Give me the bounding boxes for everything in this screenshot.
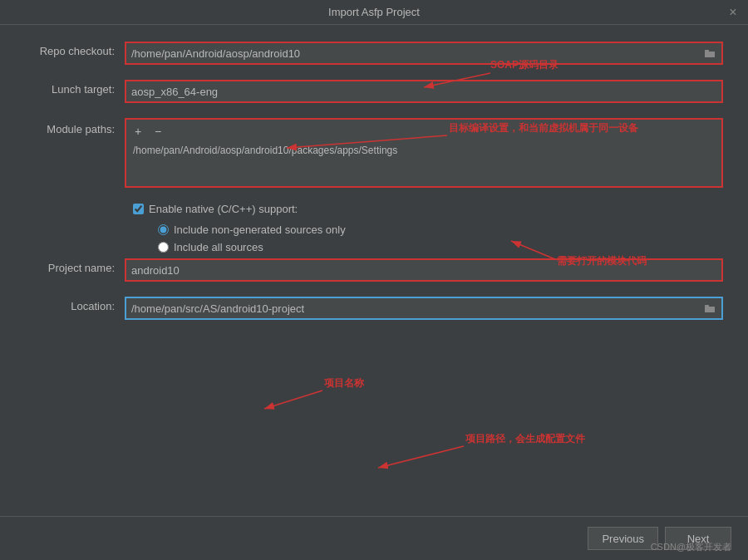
location-input[interactable]: [126, 301, 700, 317]
footer: Previous Next CSDN@极客开发者: [0, 516, 748, 560]
close-button[interactable]: ×: [726, 6, 740, 19]
svg-line-9: [378, 446, 464, 468]
module-paths-empty-space: [130, 158, 718, 183]
svg-rect-0: [705, 50, 709, 52]
project-name-input[interactable]: [126, 263, 721, 278]
repo-checkout-input[interactable]: [126, 46, 700, 61]
radio-row-1: Include non-generated sources only: [158, 224, 723, 236]
enable-native-row: Enable native (C/C++) support:: [133, 203, 723, 215]
svg-rect-3: [705, 307, 715, 312]
svg-rect-2: [705, 305, 709, 307]
radio-non-generated-label: Include non-generated sources only: [174, 224, 346, 236]
remove-module-button[interactable]: −: [150, 123, 166, 140]
title-bar: Import Asfp Project ×: [0, 0, 748, 25]
project-name-annotation: 项目名称: [323, 377, 365, 389]
lunch-target-input[interactable]: [126, 84, 721, 100]
project-name-label: Project name:: [25, 258, 125, 274]
repo-checkout-input-container: [125, 42, 723, 65]
watermark: CSDN@极客开发者: [651, 541, 731, 553]
location-row: Location:: [25, 297, 723, 320]
lunch-target-input-container: [125, 80, 723, 103]
radio-non-generated[interactable]: [158, 224, 169, 235]
window-title: Import Asfp Project: [328, 6, 420, 18]
location-label: Location:: [25, 297, 125, 312]
module-paths-label: Module paths:: [25, 118, 125, 135]
lunch-target-label: Lunch target:: [25, 80, 125, 96]
previous-button[interactable]: Previous: [588, 527, 658, 550]
enable-native-checkbox[interactable]: [133, 204, 144, 214]
location-input-container: [125, 297, 723, 320]
lunch-target-row: Lunch target:: [25, 80, 723, 103]
module-path-item[interactable]: /home/pan/Android/aosp/android10/package…: [130, 143, 718, 158]
add-module-button[interactable]: +: [130, 123, 146, 140]
enable-native-label: Enable native (C/C++) support:: [149, 203, 298, 215]
module-paths-toolbar: + −: [130, 123, 718, 140]
radio-row-2: Include all sources: [158, 241, 723, 253]
svg-line-8: [264, 391, 322, 409]
location-folder-icon[interactable]: [700, 298, 720, 318]
module-paths-row: Module paths: + − /home/pan/Android/aosp…: [25, 118, 723, 188]
radio-group: Include non-generated sources only Inclu…: [158, 224, 723, 253]
module-paths-container: + − /home/pan/Android/aosp/android10/pac…: [125, 118, 723, 188]
window: Import Asfp Project × Repo checkout: Lun…: [0, 0, 748, 560]
content-area: Repo checkout: Lunch target: Module path…: [0, 25, 748, 516]
svg-rect-1: [705, 52, 715, 57]
repo-checkout-row: Repo checkout:: [25, 42, 723, 65]
repo-checkout-label: Repo checkout:: [25, 42, 125, 57]
radio-all-sources[interactable]: [158, 242, 169, 253]
folder-icon[interactable]: [700, 43, 720, 63]
radio-all-sources-label: Include all sources: [174, 241, 263, 253]
project-name-input-container: [125, 258, 723, 282]
location-annotation: 项目路径，会生成配置文件: [465, 433, 586, 445]
project-name-row: Project name:: [25, 258, 723, 282]
